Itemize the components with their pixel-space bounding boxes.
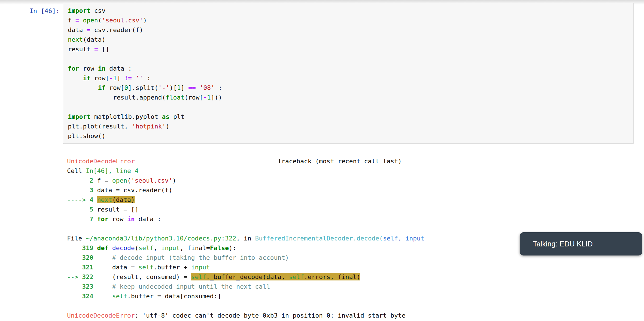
error-traceback-output-line: 5 result = [] — [67, 205, 635, 214]
code-input-cell-line: for row in data : — [68, 64, 629, 73]
cell-execution-prompt: In [46]: — [17, 6, 60, 16]
code-input-cell-line: f = open('seoul.csv') — [68, 16, 629, 25]
error-traceback-output-line: 324 self.buffer = data[consumed:] — [67, 292, 635, 301]
error-traceback-output-line: Cell In[46], line 4 — [67, 166, 635, 176]
code-input-cell[interactable]: import csvf = open('seoul.csv')data = cs… — [63, 3, 634, 144]
talking-status-label: Talking: EDU KLID — [533, 240, 593, 248]
code-input-cell-line: if row[-1] != '' : — [68, 73, 629, 83]
code-input-cell-line: import csv — [68, 6, 629, 16]
error-traceback-output-line: UnicodeDecodeError Traceback (most recen… — [67, 157, 635, 166]
error-traceback-output-line: UnicodeDecodeError: 'utf-8' codec can't … — [67, 311, 635, 320]
code-input-cell-line: plt.plot(result, 'hotpink') — [68, 122, 629, 131]
talking-status-toast: Talking: EDU KLID — [520, 232, 642, 255]
error-traceback-output-line: 2 f = open('seoul.csv') — [67, 176, 635, 185]
error-traceback-output-line: 321 data = self.buffer + input — [67, 263, 635, 272]
code-input-cell-line: result.append(float(row[-1])) — [68, 93, 629, 102]
error-traceback-output-line: ----------------------------------------… — [67, 147, 635, 157]
code-input-cell-line — [68, 54, 629, 64]
code-input-cell-line: plt.show() — [68, 131, 629, 141]
code-input-cell-line — [68, 102, 629, 112]
code-input-cell-line: import matplotlib.pyplot as plt — [68, 112, 629, 122]
code-input-cell-line: result = [] — [68, 45, 629, 54]
code-input-cell-line: if row[0].split('-')[1] == '08' : — [68, 83, 629, 93]
error-traceback-output-line: --> 322 (result, consumed) = self._buffe… — [67, 272, 635, 282]
error-traceback-output-line: 7 for row in data : — [67, 214, 635, 224]
code-input-cell-line: next(data) — [68, 35, 629, 45]
error-traceback-output-line: 3 data = csv.reader(f) — [67, 185, 635, 195]
error-traceback-output-line — [67, 301, 635, 311]
error-traceback-output-line: 323 # keep undecoded input until the nex… — [67, 282, 635, 292]
code-input-cell-line: data = csv.reader(f) — [68, 25, 629, 35]
error-traceback-output-line: ----> 4 next(data) — [67, 195, 635, 205]
